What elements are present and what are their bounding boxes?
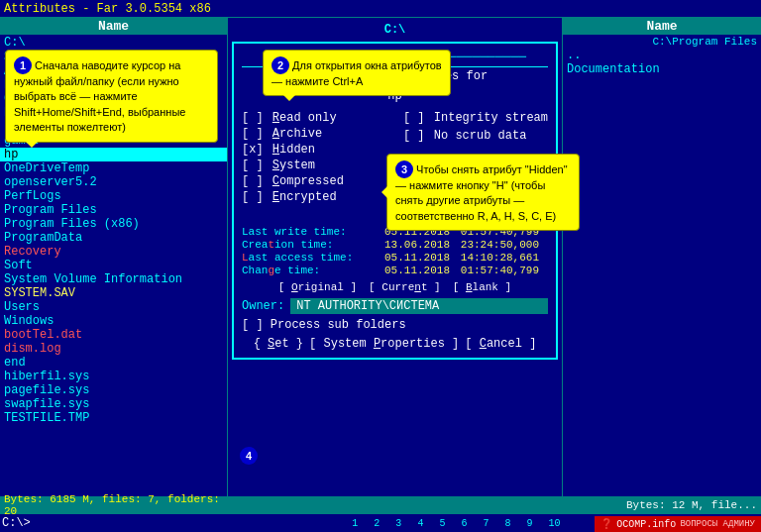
right-drive-bar: C:\Program Files [563, 35, 761, 49]
tooltip-3-number: 3 [395, 160, 413, 178]
tooltip-2-number: 2 [272, 56, 289, 74]
owner-label: Owner: [242, 299, 284, 313]
attr-integrity[interactable]: [ ] Integrity stream [403, 111, 548, 125]
owner-row: Owner: NT AUTHORITY\СИСТЕМА [242, 298, 548, 314]
dot4: 4 [417, 518, 423, 529]
tooltip-4-badge: 4 [240, 447, 258, 465]
action-buttons: { Set } [ System Properties ] [ Cancel ] [242, 336, 548, 352]
set-button[interactable]: { Set } [252, 336, 305, 352]
left-file-item[interactable]: end [0, 356, 227, 370]
bytes-bar: Bytes: 6185 M, files: 7, folders: 20 Byt… [0, 496, 761, 514]
owner-section: Owner: NT AUTHORITY\СИСТЕМА [242, 298, 548, 314]
title-text: Attributes - Far 3.0.5354 x86 [4, 2, 211, 16]
left-drive-bar: C:\ [0, 35, 227, 51]
left-file-item[interactable]: openserver5.2 [0, 175, 227, 189]
cmd-bar: C:\> 1 2 3 4 5 6 7 8 9 10 ❓ OCOMP.info В… [0, 514, 761, 532]
tooltip-2: 2 Для открытия окна атрибутов — нажмите … [263, 50, 451, 96]
attr-archive[interactable]: [ ] Archive [242, 127, 395, 141]
dot7: 7 [483, 518, 489, 529]
middle-drive-label: C:\ [232, 22, 558, 38]
tooltip-3: 3 Чтобы снять атрибут "Hidden" — нажмите… [386, 154, 580, 231]
left-file-item[interactable]: System Volume Information [0, 272, 227, 286]
blank-button[interactable]: [ Blank ] [449, 280, 515, 294]
tooltip-2-text: Для открытия окна атрибутов — нажмите Ct… [272, 59, 442, 87]
tooltip-1: 1 Сначала наводите курсор на нужный файл… [5, 50, 218, 143]
left-file-item[interactable]: swapfile.sys [0, 397, 227, 411]
left-file-item[interactable]: Windows [0, 314, 227, 328]
dot2: 2 [374, 518, 380, 529]
tooltip-1-text: Сначала наводите курсор на нужный файл/п… [14, 59, 185, 133]
attr-noscrub[interactable]: [ ] No scrub data [403, 129, 548, 143]
dot5: 5 [439, 518, 445, 529]
attr-readonly[interactable]: [ ] Read only [242, 111, 395, 125]
ts-change: Change time: 05.11.2018 01:57:40,799 [242, 265, 548, 276]
dot6: 6 [461, 518, 467, 529]
right-file-item[interactable]: .. [563, 49, 761, 62]
current-button[interactable]: [ Current ] [365, 280, 445, 294]
attr-hidden[interactable]: [x] Hidden [242, 143, 395, 157]
left-file-item[interactable]: TESTFILE.TMP [0, 411, 227, 425]
attr-compressed[interactable]: [ ] Compressed [242, 174, 395, 188]
watermark: ❓ OCOMP.info ВОПРОСЫ АДМИНУ [595, 516, 761, 532]
dot9: 9 [526, 518, 532, 529]
owner-value: NT AUTHORITY\СИСТЕМА [290, 298, 548, 314]
title-bar: Attributes - Far 3.0.5354 x86 [0, 0, 761, 18]
left-file-item[interactable]: Program Files [0, 203, 227, 217]
left-file-item[interactable]: ProgramData [0, 231, 227, 245]
left-file-item[interactable]: Program Files (x86) [0, 217, 227, 231]
attr-system[interactable]: [ ] System [242, 159, 395, 172]
watermark-subtext: ВОПРОСЫ АДМИНУ [680, 519, 755, 529]
left-file-item[interactable]: SYSTEM.SAV [0, 286, 227, 300]
process-sub[interactable]: [ ] Process sub folders [242, 318, 548, 332]
left-panel-header: Name [0, 18, 227, 35]
left-file-item[interactable]: Users [0, 300, 227, 314]
left-file-item[interactable]: Recovery [0, 245, 227, 259]
attr-encrypted[interactable]: [ ] Encrypted [242, 190, 395, 204]
right-file-item[interactable]: Documentation [563, 62, 761, 76]
left-file-item[interactable]: bootTel.dat [0, 328, 227, 342]
watermark-text: OCOMP.info [616, 519, 676, 530]
bytes-right: Bytes: 12 M, file... [622, 499, 761, 511]
left-file-item[interactable]: OneDriveTemp [0, 161, 227, 175]
left-file-item[interactable]: PerfLogs [0, 189, 227, 203]
nav-buttons: [ Original ] [ Current ] [ Blank ] [242, 280, 548, 294]
left-file-item[interactable]: hiberfil.sys [0, 370, 227, 383]
right-panel-header: Name [563, 18, 761, 35]
right-panel: Name C:\Program Files ..Documentation [563, 18, 761, 496]
right-file-list: ..Documentation [563, 49, 761, 76]
cmd-input[interactable] [33, 516, 152, 530]
ts-creation: Creation time: 13.06.2018 23:24:50,000 [242, 239, 548, 251]
left-file-item[interactable]: pagefile.sys [0, 383, 227, 397]
tooltip-4-number: 4 [240, 447, 258, 465]
dot8: 8 [504, 518, 510, 529]
tooltip-3-text: Чтобы снять атрибут "Hidden" — нажмите к… [395, 163, 568, 222]
tooltip-1-number: 1 [14, 56, 32, 74]
dot3: 3 [395, 518, 401, 529]
watermark-icon: ❓ [600, 518, 612, 530]
dot1: 1 [352, 518, 358, 529]
cancel-button[interactable]: [ Cancel ] [463, 336, 538, 352]
attr-left-checkboxes: [ ] Read only [ ] Archive [x] Hidden [ ]… [242, 109, 395, 206]
dot10: 10 [548, 518, 560, 529]
left-file-item[interactable]: dism.log [0, 342, 227, 356]
original-button[interactable]: [ Original ] [274, 280, 361, 294]
left-file-item[interactable]: Soft [0, 259, 227, 272]
cmd-prompt: C:\> [0, 516, 33, 530]
ts-lastaccess: Last access time: 05.11.2018 14:10:28,66… [242, 252, 548, 264]
system-properties-button[interactable]: [ System Properties ] [307, 336, 461, 352]
